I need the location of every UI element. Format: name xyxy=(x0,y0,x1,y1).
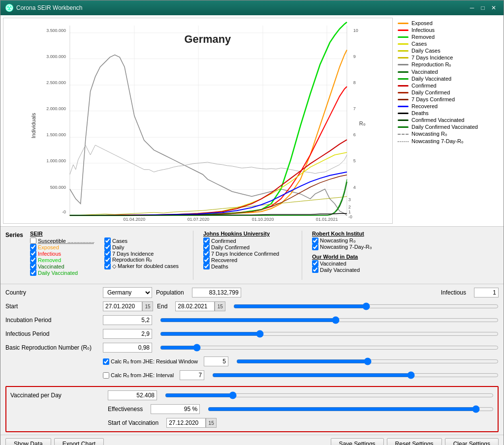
title-bar-left: Corona SEIR Workbench xyxy=(5,4,83,12)
infectious-input[interactable] xyxy=(474,288,499,297)
calc-r0-interval-slider[interactable] xyxy=(212,370,499,380)
save-settings-button[interactable]: Save Settings xyxy=(331,438,384,445)
calc-r0-residual-input[interactable] xyxy=(204,356,228,366)
legend-infectious: Infectious xyxy=(398,27,496,33)
infectious-period-input[interactable] xyxy=(103,329,152,339)
cb-owid-vaccinated: Vaccinated xyxy=(312,260,401,267)
clear-settings-button[interactable]: Clear Settings xyxy=(445,438,499,445)
jhu-daily-confirmed-checkbox[interactable] xyxy=(203,244,210,250)
start-calendar-button[interactable]: 15 xyxy=(142,301,153,311)
owid-group: Our World in Data xyxy=(312,253,401,260)
owid-daily-vaccinated-checkbox[interactable] xyxy=(312,267,318,273)
vacc-per-day-input[interactable] xyxy=(108,390,157,400)
legend-daily-cases: Daily Cases xyxy=(398,48,496,54)
infectious-checkbox[interactable] xyxy=(30,250,36,257)
cases-checkbox[interactable] xyxy=(104,237,111,244)
svg-point-1 xyxy=(9,6,10,7)
susceptible-checkbox[interactable] xyxy=(30,237,36,244)
close-button[interactable]: ✕ xyxy=(489,3,499,13)
calc-r0-interval-checkbox[interactable] xyxy=(103,372,109,379)
basic-repro-label: Basic Reproduction Number (R₀) xyxy=(5,344,99,351)
end-calendar-button[interactable]: 15 xyxy=(215,301,225,311)
end-date-input[interactable] xyxy=(175,301,215,311)
svg-text:Germany: Germany xyxy=(185,33,231,45)
jhu-confirmed-label: Confirmed xyxy=(211,238,236,244)
series-row: Series SEIR Susceptible ................… xyxy=(5,231,499,280)
calc-r0-interval-label: Calc R₀ from JHE: Interval xyxy=(111,372,174,379)
basic-repro-input[interactable] xyxy=(103,343,152,353)
title-bar: Corona SEIR Workbench ─ □ ✕ xyxy=(0,0,504,15)
legend-label: Removed xyxy=(411,34,435,40)
jhu-recovered-checkbox[interactable] xyxy=(203,257,210,263)
end-date-slider[interactable] xyxy=(233,301,499,311)
parameters-section: Country Germany USA France Italy Spain U… xyxy=(0,284,504,384)
incubation-input[interactable] xyxy=(103,315,152,325)
legend-label: Deaths xyxy=(411,110,429,116)
daily-vaccinated-checkbox[interactable] xyxy=(30,269,36,276)
legend-label: Daily Confirmed xyxy=(411,89,450,95)
owid-vaccinated-checkbox[interactable] xyxy=(312,260,318,267)
jhu-deaths-checkbox[interactable] xyxy=(203,263,210,269)
calc-r0-jhe-checkbox[interactable] xyxy=(103,358,109,365)
svg-text:1.500.000: 1.500.000 xyxy=(46,132,66,137)
legend-label: Vaccinated xyxy=(411,69,438,75)
legend-color-nowcast-7day xyxy=(398,141,409,142)
legend-recovered: Recovered xyxy=(398,103,496,109)
reset-settings-button[interactable]: Reset Settings xyxy=(387,438,442,445)
svg-text:2: 2 xyxy=(348,205,351,209)
svg-text:1.000.000: 1.000.000 xyxy=(46,158,66,163)
legend-daily-conf-vacc: Daily Confirmed Vaccinated xyxy=(398,124,496,130)
effectiveness-label: Effectiveness xyxy=(108,406,143,413)
daily-checkbox[interactable] xyxy=(104,244,111,250)
effectiveness-slider[interactable] xyxy=(208,404,494,414)
basic-repro-slider[interactable] xyxy=(160,343,499,353)
vacc-per-day-label: Vaccinated per Day xyxy=(10,392,104,399)
daily-label: Daily xyxy=(112,244,124,250)
start-date-wrapper: 15 xyxy=(103,301,153,311)
cb-jhu-7days-conf: 7 Days Incidence Confirmed xyxy=(203,250,292,257)
legend-removed: Removed xyxy=(398,34,496,40)
vaccinated-checkbox[interactable] xyxy=(30,263,36,269)
start-date-input[interactable] xyxy=(103,301,142,311)
export-chart-button[interactable]: Export Chart xyxy=(54,438,104,445)
calc-r0-residual-slider[interactable] xyxy=(236,356,499,366)
jhu-7days-conf-checkbox[interactable] xyxy=(203,250,210,257)
svg-text:-0: -0 xyxy=(62,209,66,214)
svg-text:-0: -0 xyxy=(348,214,352,219)
legend-label: Daily Cases xyxy=(411,48,441,54)
legend-label: Reproduction R₀ xyxy=(411,61,451,68)
removed-checkbox[interactable] xyxy=(30,257,36,263)
effectiveness-input[interactable] xyxy=(151,404,200,414)
infectious-period-slider[interactable] xyxy=(160,329,499,339)
repro-checkbox[interactable] xyxy=(104,257,111,263)
cb-exposed: Exposed xyxy=(30,244,94,250)
vacc-per-day-row: Vaccinated per Day xyxy=(10,389,494,401)
legend-label: Daily Vaccinated xyxy=(411,76,451,82)
vacc-per-day-slider[interactable] xyxy=(165,390,494,400)
chart-legend: Exposed Infectious Removed Cases Daily C… xyxy=(393,18,501,224)
show-data-button[interactable]: Show Data xyxy=(5,438,51,445)
legend-repro: Reproduction R₀ xyxy=(398,61,496,68)
svg-text:8: 8 xyxy=(353,80,356,85)
incubation-slider[interactable] xyxy=(160,315,499,325)
legend-daily-confirmed: Daily Confirmed xyxy=(398,89,496,95)
daily-vaccinated-label: Daily Vaccinated xyxy=(38,270,78,276)
marker-checkbox[interactable] xyxy=(104,263,111,269)
7days-checkbox[interactable] xyxy=(104,250,111,257)
country-select[interactable]: Germany USA France Italy Spain UK xyxy=(103,287,152,298)
svg-text:9: 9 xyxy=(353,54,356,59)
nowcast-7day-checkbox[interactable] xyxy=(312,244,318,250)
svg-text:3: 3 xyxy=(348,197,351,202)
minimize-button[interactable]: ─ xyxy=(467,3,477,13)
calc-r0-interval-input[interactable] xyxy=(180,370,204,380)
infectious-label: Infectious xyxy=(38,251,61,257)
exposed-checkbox[interactable] xyxy=(30,244,36,250)
nowcast-r0-checkbox[interactable] xyxy=(312,237,318,244)
maximize-button[interactable]: □ xyxy=(478,3,488,13)
main-window: Corona SEIR Workbench ─ □ ✕ Individuals … xyxy=(0,0,504,445)
end-date-wrapper: 15 xyxy=(175,301,225,311)
start-vacc-calendar-button[interactable]: 15 xyxy=(206,418,217,428)
jhu-confirmed-checkbox[interactable] xyxy=(203,237,210,244)
population-input[interactable] xyxy=(192,288,241,297)
start-vacc-date-input[interactable] xyxy=(166,418,206,428)
